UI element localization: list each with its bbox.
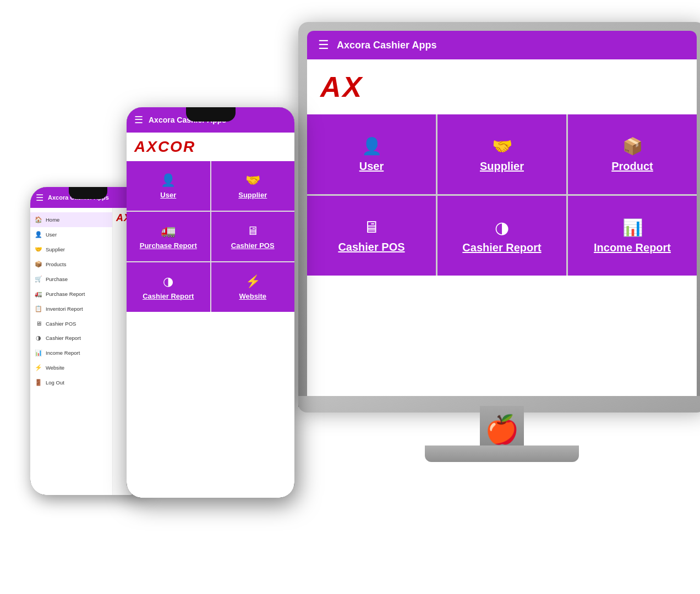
drawer-icon: 🏠 bbox=[35, 216, 42, 223]
drawer-item-purchase-report[interactable]: 🚛 Purchase Report bbox=[30, 287, 112, 301]
monitor-hamburger-icon[interactable]: ☰ bbox=[318, 38, 329, 52]
cell-icon: ◑ bbox=[163, 274, 173, 289]
drawer-icon: ◑ bbox=[35, 334, 42, 342]
phone2-hamburger-icon[interactable]: ☰ bbox=[134, 114, 143, 126]
monitor-cell-cashier-report[interactable]: ◑ Cashier Report bbox=[438, 196, 566, 276]
cell-icon: 🖥 bbox=[247, 224, 259, 238]
phone2-cell-website[interactable]: ⚡ Website bbox=[211, 262, 295, 312]
phone2-screen: ☰ Axcora Cashier Apps AXCOR 👤 User🤝 Supp… bbox=[127, 107, 294, 498]
monitor-cell-label: User bbox=[359, 160, 384, 173]
phone2-cell-cashier-pos[interactable]: 🖥 Cashier POS bbox=[211, 212, 295, 261]
monitor-cell-icon: ◑ bbox=[495, 218, 509, 237]
phone2-cell-user[interactable]: 👤 User bbox=[127, 161, 210, 211]
cell-label: Website bbox=[239, 292, 266, 300]
monitor-cell-income-report[interactable]: 📊 Income Report bbox=[568, 196, 697, 276]
phone2-body: AXCOR 👤 User🤝 Supplier🚛 Purchase Report🖥… bbox=[127, 133, 294, 312]
monitor-cell-cashier-pos[interactable]: 🖥 Cashier POS bbox=[307, 196, 436, 276]
monitor-cell-icon: 🖥 bbox=[363, 218, 380, 237]
drawer-icon: 🛒 bbox=[35, 276, 42, 283]
phone2-grid: 👤 User🤝 Supplier🚛 Purchase Report🖥 Cashi… bbox=[127, 161, 294, 312]
monitor-topbar: ☰ Axcora Cashier Apps bbox=[307, 31, 697, 59]
apple-logo-icon: 🍎 bbox=[485, 414, 519, 446]
drawer-item-label: Purchase bbox=[46, 276, 68, 282]
monitor-cell-label: Product bbox=[611, 160, 653, 173]
monitor-cell-icon: 🤝 bbox=[492, 136, 512, 156]
drawer-item-label: Cashier POS bbox=[46, 321, 76, 327]
phone2-device: ☰ Axcora Cashier Apps AXCOR 👤 User🤝 Supp… bbox=[127, 107, 294, 498]
monitor-bezel: ☰ Axcora Cashier Apps AX 👤 User🤝 Supplie… bbox=[307, 31, 697, 407]
monitor-logo: AX bbox=[307, 70, 697, 114]
monitor-cell-label: Cashier Report bbox=[462, 241, 541, 254]
drawer-item-products[interactable]: 📦 Products bbox=[30, 257, 112, 272]
drawer-icon: 👤 bbox=[35, 231, 42, 238]
drawer-item-label: Inventori Report bbox=[46, 306, 83, 312]
phone2-notch bbox=[186, 107, 236, 122]
cell-icon: 🤝 bbox=[245, 173, 260, 188]
monitor-cell-icon: 📊 bbox=[622, 218, 643, 237]
drawer-icon: 🚪 bbox=[35, 379, 42, 386]
drawer-icon: ⚡ bbox=[35, 364, 42, 371]
drawer-item-label: Products bbox=[46, 261, 67, 267]
phone2-cell-purchase-report[interactable]: 🚛 Purchase Report bbox=[127, 212, 210, 261]
drawer-item-label: Log Out bbox=[46, 380, 64, 386]
drawer-icon: 📦 bbox=[35, 261, 42, 268]
monitor-cell-icon: 📦 bbox=[622, 136, 643, 156]
drawer-item-cashier-report[interactable]: ◑ Cashier Report bbox=[30, 331, 112, 345]
monitor-app-title: Axcora Cashier Apps bbox=[337, 40, 436, 51]
drawer-item-label: Website bbox=[46, 365, 64, 371]
cell-icon: ⚡ bbox=[245, 274, 260, 289]
monitor-cell-label: Cashier POS bbox=[338, 241, 404, 254]
monitor-device: ☰ Axcora Cashier Apps AX 👤 User🤝 Supplie… bbox=[298, 22, 700, 517]
drawer-item-label: Purchase Report bbox=[46, 291, 85, 297]
monitor-outer: ☰ Axcora Cashier Apps AX 👤 User🤝 Supplie… bbox=[298, 22, 700, 407]
drawer-item-website[interactable]: ⚡ Website bbox=[30, 360, 112, 375]
cell-icon: 👤 bbox=[161, 173, 176, 188]
phone1-notch bbox=[69, 187, 107, 199]
drawer-item-home[interactable]: 🏠 Home bbox=[30, 212, 112, 227]
drawer-item-inventori-report[interactable]: 📋 Inventori Report bbox=[30, 301, 112, 316]
drawer-item-label: Cashier Report bbox=[46, 335, 81, 341]
monitor-grid: 👤 User🤝 Supplier📦 Product🖥 Cashier POS◑ … bbox=[307, 114, 697, 276]
drawer-icon: 🚛 bbox=[35, 290, 42, 298]
monitor-cell-user[interactable]: 👤 User bbox=[307, 114, 436, 194]
cell-label: Purchase Report bbox=[140, 241, 197, 250]
drawer-item-cashier-pos[interactable]: 🖥 Cashier POS bbox=[30, 316, 112, 331]
drawer-icon: 🤝 bbox=[35, 246, 42, 253]
cell-label: Cashier Report bbox=[143, 292, 194, 300]
phone1-hamburger-icon[interactable]: ☰ bbox=[36, 193, 43, 203]
monitor-cell-label: Income Report bbox=[594, 241, 671, 254]
cell-label: Cashier POS bbox=[231, 241, 275, 250]
phone2-cell-supplier[interactable]: 🤝 Supplier bbox=[211, 161, 295, 211]
drawer-item-log-out[interactable]: 🚪 Log Out bbox=[30, 375, 112, 390]
drawer-item-label: User bbox=[46, 232, 57, 238]
monitor-cell-supplier[interactable]: 🤝 Supplier bbox=[438, 114, 566, 194]
drawer-icon: 📊 bbox=[35, 349, 42, 356]
monitor-cell-label: Supplier bbox=[480, 160, 524, 173]
drawer-item-label: Supplier bbox=[46, 246, 65, 252]
drawer-icon: 📋 bbox=[35, 305, 42, 312]
drawer-item-supplier[interactable]: 🤝 Supplier bbox=[30, 242, 112, 257]
cell-label: Supplier bbox=[238, 191, 267, 199]
scene: ☰ Axcora Cashier Apps 🏠 Home👤 User🤝 Supp… bbox=[0, 0, 700, 594]
drawer-item-user[interactable]: 👤 User bbox=[30, 227, 112, 242]
cell-label: User bbox=[160, 191, 176, 199]
monitor-content: AX 👤 User🤝 Supplier📦 Product🖥 Cashier PO… bbox=[307, 59, 697, 407]
drawer-item-label: Home bbox=[46, 217, 59, 223]
monitor-screen: ☰ Axcora Cashier Apps AX 👤 User🤝 Supplie… bbox=[307, 31, 697, 407]
monitor-base bbox=[425, 446, 579, 462]
monitor-cell-icon: 👤 bbox=[362, 136, 382, 156]
monitor-cell-product[interactable]: 📦 Product bbox=[568, 114, 697, 194]
phone2-logo: AXCOR bbox=[127, 138, 294, 161]
phone1-drawer: 🏠 Home👤 User🤝 Supplier📦 Products🛒 Purcha… bbox=[30, 208, 113, 495]
drawer-item-purchase[interactable]: 🛒 Purchase bbox=[30, 272, 112, 287]
phone2-cell-cashier-report[interactable]: ◑ Cashier Report bbox=[127, 262, 210, 312]
drawer-item-label: Income Report bbox=[46, 350, 80, 356]
drawer-item-income-report[interactable]: 📊 Income Report bbox=[30, 345, 112, 360]
drawer-icon: 🖥 bbox=[35, 320, 42, 327]
cell-icon: 🚛 bbox=[161, 224, 176, 238]
